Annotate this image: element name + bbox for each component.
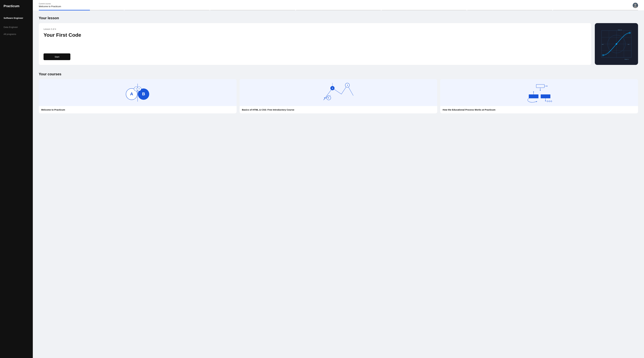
content-area: Your lesson Lesson 3 of 4 Your First Cod… xyxy=(33,11,644,119)
svg-marker-44 xyxy=(540,90,541,91)
progress-segment-4 xyxy=(296,10,381,11)
course-title-2: Basics of HTML & CSS: Free Introductory … xyxy=(242,108,435,111)
svg-point-0 xyxy=(634,4,636,6)
current-course-info: Current course: Welcome to Practicum xyxy=(39,3,61,8)
avatar-svg xyxy=(633,3,638,8)
course-info-3: How the Educational Process Works at Pra… xyxy=(440,106,638,113)
avatar-image xyxy=(633,3,638,8)
progress-bar xyxy=(39,10,638,11)
svg-text:Ease in: Ease in xyxy=(624,59,629,60)
courses-section-title: Your courses xyxy=(39,72,638,76)
svg-line-13 xyxy=(603,51,610,55)
sidebar: Practicum Software Engineer Data Enginee… xyxy=(0,0,33,358)
svg-text:+: + xyxy=(138,88,140,90)
svg-text:out: out xyxy=(602,44,604,45)
lesson-number: Lesson 3 of 4 xyxy=(44,28,586,30)
course-info-1: Welcome to Practicum xyxy=(39,106,236,113)
lesson-title: Your First Code xyxy=(44,32,586,38)
course-illustration-3 xyxy=(440,79,638,106)
sidebar-item-software-engineer[interactable]: Software Engineer xyxy=(4,15,29,21)
svg-text:B: B xyxy=(142,92,145,96)
header-top: Current course: Welcome to Practicum xyxy=(39,3,638,8)
lesson-thumbnail: Ease in Ease in out out xyxy=(595,23,638,65)
courses-grid: − A + B Welcome to Practicum xyxy=(39,79,638,113)
svg-text:A: A xyxy=(130,92,133,96)
course-illustration-2: 2 3 1 xyxy=(240,79,438,106)
svg-rect-47 xyxy=(529,94,538,98)
progress-segment-1 xyxy=(39,10,124,11)
course-card-2[interactable]: 2 3 1 xyxy=(240,79,438,113)
current-course-label: Current course: xyxy=(39,3,61,5)
svg-line-14 xyxy=(622,33,630,37)
lesson-card: Lesson 3 of 4 Your First Code Start xyxy=(39,23,591,65)
logo: Practicum xyxy=(4,4,29,8)
svg-text:Ease in: Ease in xyxy=(618,29,622,31)
lesson-card-content: Lesson 3 of 4 Your First Code xyxy=(44,28,586,38)
progress-segment-3 xyxy=(210,10,295,11)
course-card-1[interactable]: − A + B Welcome to Practicum xyxy=(39,79,236,113)
svg-text:−: − xyxy=(136,88,137,90)
svg-point-51 xyxy=(547,101,548,102)
svg-text:out: out xyxy=(628,44,630,45)
svg-marker-42 xyxy=(547,86,548,87)
sidebar-item-data-engineer[interactable]: Data Engineer xyxy=(4,24,29,30)
svg-point-1 xyxy=(634,6,637,8)
lesson-container: Lesson 3 of 4 Your First Code Start xyxy=(39,23,638,65)
main-content: Current course: Welcome to Practicum xyxy=(33,0,644,358)
course-title-3: How the Educational Process Works at Pra… xyxy=(442,108,636,111)
rectangles-illustration xyxy=(524,82,554,103)
mountain-illustration: 2 3 1 xyxy=(320,82,356,103)
svg-marker-50 xyxy=(545,101,546,102)
progress-segment-2 xyxy=(124,10,210,11)
course-illustration-1: − A + B xyxy=(39,79,236,106)
svg-marker-46 xyxy=(533,91,534,92)
progress-segment-5 xyxy=(382,10,466,11)
svg-marker-37 xyxy=(324,97,325,98)
current-course-title: Welcome to Practicum xyxy=(39,5,61,8)
course-info-2: Basics of HTML & CSS: Free Introductory … xyxy=(240,106,438,113)
start-button[interactable]: Start xyxy=(44,53,70,60)
svg-point-52 xyxy=(549,101,550,102)
svg-text:3: 3 xyxy=(347,84,348,86)
svg-rect-40 xyxy=(536,84,544,88)
course-card-3[interactable]: How the Educational Process Works at Pra… xyxy=(440,79,638,113)
ab-circles-illustration: − A + B xyxy=(123,82,152,103)
svg-rect-48 xyxy=(541,94,550,98)
sidebar-spacer xyxy=(4,21,29,24)
svg-marker-54 xyxy=(536,101,537,102)
sidebar-item-all-programs[interactable]: All programs xyxy=(4,33,29,35)
avatar[interactable] xyxy=(633,3,638,8)
svg-text:2: 2 xyxy=(332,87,333,89)
sidebar-nav: Software Engineer Data Engineer All prog… xyxy=(4,15,29,35)
progress-segment-6 xyxy=(467,10,552,11)
svg-point-53 xyxy=(551,101,552,102)
svg-point-11 xyxy=(616,43,617,45)
progress-segment-7 xyxy=(553,10,638,11)
lesson-section-title: Your lesson xyxy=(39,16,638,20)
header: Current course: Welcome to Practicum xyxy=(33,0,644,11)
course-title-1: Welcome to Practicum xyxy=(41,108,234,111)
curve-illustration: Ease in Ease in out out xyxy=(598,28,634,60)
